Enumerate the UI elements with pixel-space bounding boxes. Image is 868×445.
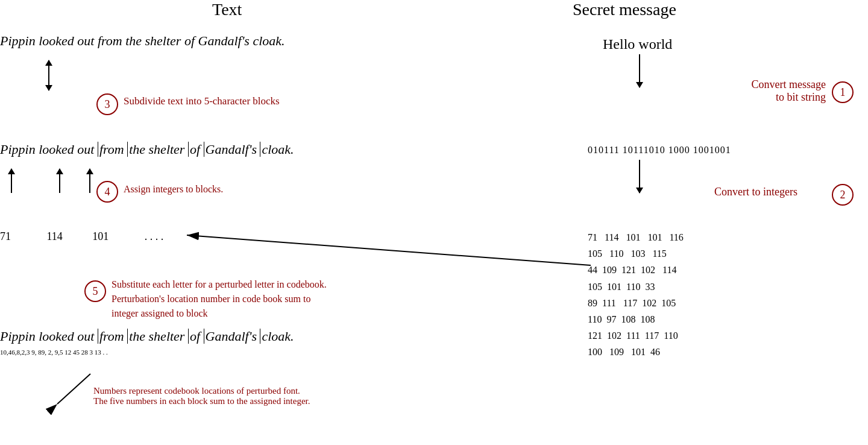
arrow-int1-up xyxy=(11,169,12,193)
arrow-bits-down xyxy=(639,160,640,193)
title-secret: Secret message xyxy=(573,0,676,19)
step5-circle: 5 xyxy=(84,280,106,302)
codebook-numbers: 10,46,8,2,3 9, 89, 2, 9,5 12 45 28 3 13 … xyxy=(0,349,108,356)
arrow-int2-up xyxy=(59,169,60,193)
int-row-1: 71 114 101 101 116 xyxy=(588,229,684,245)
step5-number: 5 xyxy=(93,285,98,298)
step2-circle: 2 xyxy=(832,184,854,206)
sentence-perturbed-container: Pippin looked out from the shelter of Ga… xyxy=(0,329,294,344)
int-row-4: 105 101 110 33 xyxy=(588,279,684,295)
sentence-perturbed: Pippin looked out xyxy=(0,329,98,344)
step4-number: 4 xyxy=(105,186,110,198)
int-row-6: 110 97 108 108 xyxy=(588,311,684,327)
int-row-8: 100 109 101 46 xyxy=(588,344,684,360)
int-row-3: 44 109 121 102 114 xyxy=(588,262,684,278)
step3-number: 3 xyxy=(105,98,110,111)
int-dots: . . . . xyxy=(145,230,164,242)
secret-hello: Hello world xyxy=(603,36,672,52)
step5-label: Substitute each letter for a perturbed l… xyxy=(112,277,473,321)
step2-number: 2 xyxy=(840,189,846,201)
arrow-int3-up xyxy=(89,169,90,193)
svg-line-1 xyxy=(187,235,591,265)
step4-label: Assign integers to blocks. xyxy=(124,184,223,195)
note-text: Numbers represent codebook locations of … xyxy=(93,386,310,406)
step3-label: Subdivide text into 5-character blocks xyxy=(124,95,280,107)
diagonal-arrow-svg xyxy=(181,229,603,277)
title-text: Text xyxy=(212,0,242,19)
int-71: 71 xyxy=(0,230,11,242)
integers-secret: 71 114 101 101 116 105 110 103 115 44 10… xyxy=(588,229,684,361)
step4-circle: 4 xyxy=(96,181,118,203)
sentence-blocked: Pippin looked out xyxy=(0,142,98,157)
integers-row: 71 114 101 . . . . xyxy=(0,230,163,243)
step1-number: 1 xyxy=(840,86,846,99)
step1-label: Convert message to bit string xyxy=(699,78,826,104)
int-101: 101 xyxy=(92,230,108,242)
int-row-7: 121 102 111 117 110 xyxy=(588,327,684,344)
sentence-original: Pippin looked out from the shelter of Ga… xyxy=(0,33,285,49)
int-114: 114 xyxy=(47,230,63,242)
arrow-hello-down xyxy=(639,54,640,87)
svg-line-3 xyxy=(57,374,90,404)
int-row-2: 105 110 103 115 xyxy=(588,245,684,262)
int-row-5: 89 111 117 102 105 xyxy=(588,295,684,311)
bit-string: 010111 10111010 1000 1001001 xyxy=(588,145,731,156)
step3-circle: 3 xyxy=(96,93,118,115)
arrow-step3-up xyxy=(48,60,49,90)
sentence-blocked-container: Pippin looked out from the shelter of Ga… xyxy=(0,142,294,157)
step2-label: Convert to integers xyxy=(714,186,797,198)
step1-circle: 1 xyxy=(832,81,854,103)
